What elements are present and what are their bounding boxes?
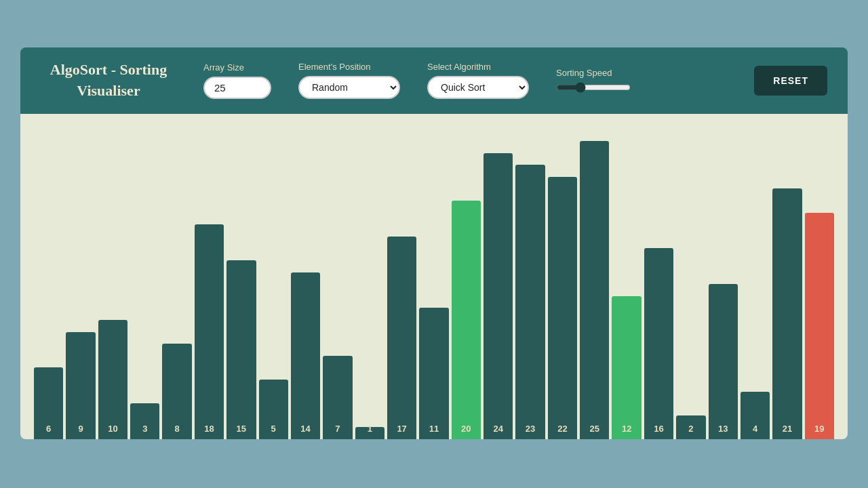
bar-wrapper: 25 — [580, 127, 609, 439]
bar-wrapper: 18 — [195, 127, 224, 439]
bar: 20 — [452, 201, 481, 439]
chart-area: 6910381815514711711202423222512162134211… — [20, 114, 848, 439]
position-select[interactable]: Random Sorted Reverse Sorted Nearly Sort… — [298, 76, 400, 99]
bar-wrapper: 8 — [162, 127, 191, 439]
bar: 3 — [130, 403, 159, 439]
bar-label: 17 — [397, 424, 406, 434]
bar-label: 2 — [688, 424, 693, 434]
bar-wrapper: 13 — [709, 127, 738, 439]
bar-label: 10 — [108, 424, 117, 434]
app: AlgoSort - Sorting Visualiser Array Size… — [20, 0, 848, 439]
bar-wrapper: 7 — [323, 127, 352, 439]
algorithm-label: Select Algorithm — [427, 62, 529, 72]
speed-slider[interactable] — [556, 82, 631, 93]
array-size-input[interactable] — [203, 77, 271, 99]
bar-wrapper: 2 — [676, 127, 705, 439]
bar-label: 11 — [429, 424, 439, 434]
header: AlgoSort - Sorting Visualiser Array Size… — [20, 47, 848, 114]
bar-label: 19 — [814, 424, 824, 434]
bar: 11 — [419, 308, 448, 439]
bar-wrapper: 15 — [226, 127, 256, 439]
bar: 25 — [580, 141, 609, 439]
bar: 21 — [772, 188, 802, 439]
bar-label: 3 — [142, 424, 147, 434]
bar-wrapper: 4 — [741, 127, 770, 439]
speed-control: Sorting Speed — [556, 68, 631, 93]
bar-label: 18 — [204, 424, 214, 434]
bar-wrapper: 14 — [291, 127, 320, 439]
algorithm-select[interactable]: Bubble Sort Selection Sort Insertion Sor… — [427, 76, 529, 99]
bar-wrapper: 10 — [98, 127, 127, 439]
bar-label: 15 — [237, 424, 246, 434]
bar-wrapper: 21 — [772, 127, 802, 439]
bar-label: 7 — [335, 424, 340, 434]
bar: 22 — [548, 177, 577, 439]
bar-wrapper: 19 — [805, 127, 834, 439]
bar-label: 13 — [718, 424, 728, 434]
bar: 12 — [612, 296, 641, 439]
bar: 14 — [291, 272, 320, 439]
bar: 9 — [66, 332, 95, 439]
bar-wrapper: 17 — [387, 127, 416, 439]
array-size-label: Array Size — [203, 62, 271, 73]
bar-label: 22 — [557, 424, 567, 434]
bar: 6 — [34, 367, 63, 439]
bar-label: 6 — [46, 424, 51, 434]
speed-label: Sorting Speed — [556, 68, 631, 78]
bar: 13 — [709, 284, 738, 439]
bar-label: 1 — [368, 424, 372, 434]
bar-label: 21 — [783, 424, 792, 434]
bar-wrapper: 1 — [355, 127, 384, 439]
algorithm-control: Select Algorithm Bubble Sort Selection S… — [427, 62, 529, 99]
bar-label: 12 — [622, 424, 631, 434]
bar: 10 — [98, 320, 127, 439]
bar: 1 — [355, 427, 384, 439]
bar-label: 5 — [271, 424, 276, 434]
bar-wrapper: 11 — [419, 127, 448, 439]
bar: 17 — [387, 237, 416, 439]
bar: 16 — [644, 248, 673, 439]
bar-wrapper: 22 — [548, 127, 577, 439]
bar-label: 9 — [78, 424, 83, 434]
bar-label: 14 — [300, 424, 310, 434]
bar-label: 20 — [461, 424, 471, 434]
bar-wrapper: 12 — [612, 127, 641, 439]
reset-button[interactable]: RESET — [754, 66, 827, 96]
bar-wrapper: 9 — [66, 127, 95, 439]
bar-wrapper: 24 — [484, 127, 513, 439]
bar-wrapper: 20 — [452, 127, 481, 439]
bar: 19 — [805, 213, 834, 439]
bar-label: 16 — [654, 424, 663, 434]
bar: 4 — [741, 392, 770, 439]
app-title: AlgoSort - Sorting Visualiser — [41, 60, 176, 102]
bar-label: 4 — [753, 424, 757, 434]
bar: 23 — [515, 165, 545, 439]
bar-label: 23 — [526, 424, 535, 434]
bar-wrapper: 5 — [259, 127, 288, 439]
bar: 24 — [484, 153, 513, 439]
bar-label: 24 — [493, 424, 502, 434]
bar: 18 — [195, 224, 224, 439]
bar-wrapper: 16 — [644, 127, 673, 439]
bar-label: 25 — [590, 424, 599, 434]
bar: 7 — [323, 356, 352, 439]
array-size-control: Array Size — [203, 62, 271, 99]
bar-label: 8 — [175, 424, 180, 434]
bar: 5 — [259, 380, 288, 439]
bar-wrapper: 23 — [515, 127, 545, 439]
bar-wrapper: 6 — [34, 127, 63, 439]
bar-wrapper: 3 — [130, 127, 159, 439]
bar: 15 — [226, 260, 256, 439]
position-control: Element's Position Random Sorted Reverse… — [298, 62, 400, 99]
position-label: Element's Position — [298, 62, 400, 72]
bar: 8 — [162, 344, 191, 439]
bar: 2 — [676, 415, 705, 439]
